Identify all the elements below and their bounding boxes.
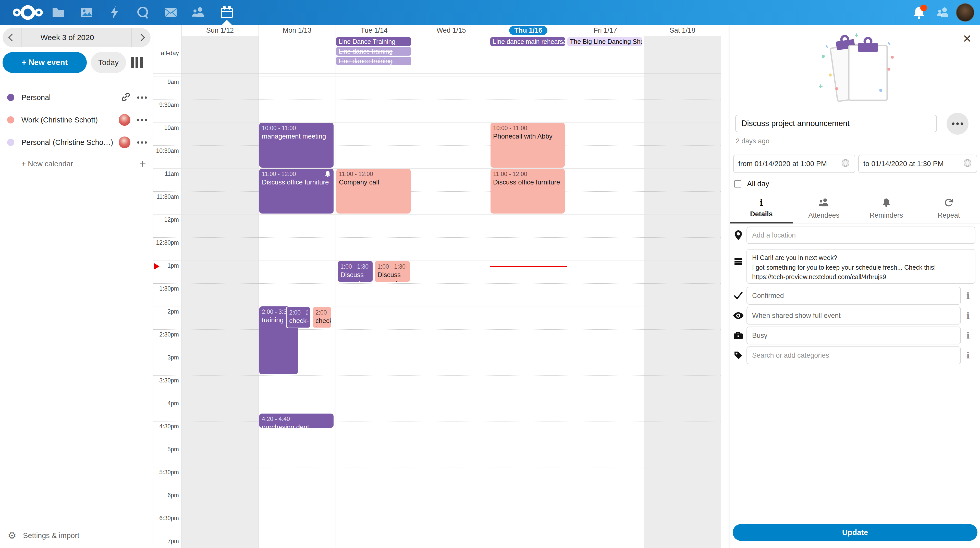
day-header-sat[interactable]: Sat 1/18 (644, 25, 721, 36)
property-row: Confirmedi (730, 287, 980, 305)
event-title-input[interactable] (735, 115, 937, 132)
tab-reminders[interactable]: Reminders (855, 197, 918, 223)
calendar-list-item[interactable]: Personal (Christine Scho…) (0, 131, 153, 154)
gear-icon: ⚙ (8, 530, 16, 541)
info-icon[interactable]: i (961, 291, 975, 301)
nextcloud-logo[interactable] (11, 3, 45, 21)
all-day-event[interactable]: The Big Line Dancing Show (567, 37, 642, 46)
description-textarea[interactable] (746, 249, 975, 284)
event[interactable]: 10:00 - 11:00 management meeting (259, 123, 334, 168)
info-icon[interactable]: i (961, 311, 975, 321)
chevron-left-icon (8, 34, 16, 41)
categories-input[interactable] (746, 346, 961, 364)
property-select[interactable]: Busy (746, 327, 961, 345)
all-day-event[interactable]: Line dance training (336, 47, 411, 56)
settings-import-button[interactable]: ⚙ Settings & import (0, 527, 153, 545)
day-header-mon[interactable]: Mon 1/13 (259, 25, 336, 36)
property-select[interactable]: When shared show full event (746, 307, 961, 324)
time-label: 3:30pm (153, 377, 179, 384)
day-header-fri[interactable]: Fri 1/17 (567, 25, 644, 36)
event[interactable]: 11:00 - 12:00 Company call (336, 168, 410, 214)
chevron-right-icon (138, 34, 145, 41)
calendar-menu-icon[interactable] (137, 141, 147, 144)
day-header-divider (153, 36, 721, 36)
next-week-button[interactable] (131, 28, 151, 47)
event-title: Discuss office furniture (493, 178, 562, 186)
event-title: management meeting (262, 132, 331, 141)
new-event-button[interactable]: + New event (3, 52, 87, 73)
day-header-wed[interactable]: Wed 1/15 (413, 25, 490, 36)
sidebar: Week 3 of 2020 + New event Today Persona… (0, 25, 153, 548)
event[interactable]: 11:00 - 12:00 Discuss office furniture (259, 168, 334, 214)
app-files-icon[interactable] (51, 5, 66, 20)
event-actions-menu-icon[interactable] (947, 113, 969, 135)
new-calendar-button[interactable]: + New calendar + (0, 152, 153, 175)
app-mail-icon[interactable] (163, 5, 178, 20)
all-day-divider (153, 73, 721, 73)
all-day-event[interactable]: Line dance main rehearsal (490, 37, 565, 46)
app-contacts-icon[interactable] (191, 5, 206, 20)
timezone-globe-icon[interactable] (963, 159, 972, 169)
timezone-globe-icon[interactable] (841, 159, 850, 169)
app-activity-icon[interactable] (107, 5, 122, 20)
tab-label: Attendees (808, 211, 839, 219)
week-label[interactable]: Week 3 of 2020 (41, 33, 94, 42)
event[interactable]: 1:00 - 1:30 Discuss project announcement (337, 260, 373, 283)
day-header-tue[interactable]: Tue 1/14 (336, 25, 413, 36)
slot-line (153, 191, 721, 192)
all-day-event[interactable]: Line dance training (336, 57, 411, 65)
calendar-list-item[interactable]: Personal (0, 86, 153, 109)
time-label: 2:30pm (153, 331, 179, 338)
last-modified: 2 days ago (736, 137, 770, 145)
current-time-line (490, 266, 567, 267)
grid-line (490, 25, 490, 548)
people-icon (818, 198, 829, 209)
tab-repeat[interactable]: Repeat (918, 197, 980, 223)
all-day-checkbox[interactable] (734, 180, 741, 187)
contacts-menu-icon[interactable] (936, 6, 950, 19)
all-day-toggle[interactable]: All day (734, 179, 769, 188)
event-start-input[interactable]: from 01/14/2020 at 1:00 PM (733, 155, 855, 173)
time-label: 6:30pm (153, 515, 179, 522)
calendar-list-item[interactable]: Work (Christine Schott) (0, 109, 153, 131)
info-icon[interactable]: i (961, 330, 975, 341)
app-photos-icon[interactable] (79, 5, 94, 20)
top-bar (0, 0, 980, 25)
time-label: 12:30pm (153, 239, 179, 246)
close-icon[interactable]: ✕ (962, 33, 973, 44)
editor-tabs: i Details Attendees Reminders Repeat (730, 197, 980, 223)
event[interactable]: 11:00 - 12:00 Discuss office furniture (490, 168, 565, 214)
event[interactable]: 10:00 - 11:00 Phonecall with Abby (490, 123, 565, 168)
view-toggle-columns-icon[interactable] (131, 57, 144, 68)
today-button[interactable]: Today (91, 52, 126, 73)
slot-line (153, 467, 721, 467)
calendar-menu-icon[interactable] (137, 119, 147, 121)
day-header-thu[interactable]: Thu 1/16 (490, 25, 567, 36)
settings-label: Settings & import (23, 531, 80, 540)
slot-line (153, 260, 721, 260)
event[interactable]: 1:00 - 1:30 Discuss project (374, 260, 410, 283)
update-button[interactable]: Update (733, 524, 977, 541)
event[interactable]: 2:00 - 2:30 check-in (312, 307, 332, 328)
day-header-sun[interactable]: Sun 1/12 (181, 25, 259, 36)
tab-attendees[interactable]: Attendees (793, 197, 855, 223)
event-end-input[interactable]: to 01/14/2020 at 1:30 PM (858, 155, 977, 173)
notifications-bell-icon[interactable] (912, 6, 926, 19)
event[interactable]: 2:00 - 2:30 check-in (286, 307, 311, 328)
tab-details[interactable]: i Details (730, 197, 793, 223)
app-talk-icon[interactable] (135, 5, 150, 20)
property-select[interactable]: Confirmed (746, 287, 961, 305)
location-input[interactable] (746, 227, 975, 244)
share-link-icon[interactable] (121, 92, 130, 103)
user-avatar[interactable] (956, 3, 974, 22)
info-icon[interactable]: i (961, 351, 975, 361)
plus-icon: + (139, 157, 146, 170)
event[interactable]: 4:20 - 4:40 purchasing dept (259, 413, 334, 428)
owner-avatar (119, 114, 130, 126)
time-label: 4pm (153, 400, 179, 407)
calendar-menu-icon[interactable] (137, 97, 147, 99)
app-calendar-icon[interactable] (220, 5, 234, 20)
description-lines-icon (730, 249, 746, 265)
previous-week-button[interactable] (3, 28, 22, 47)
all-day-event[interactable]: Line Dance Training (336, 37, 411, 46)
